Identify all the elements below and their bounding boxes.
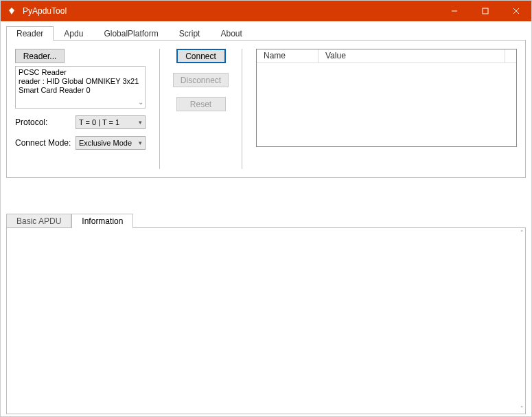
chevron-down-icon: ▾: [139, 119, 142, 126]
titlebar: PyApduTool: [1, 1, 531, 21]
protocol-combo[interactable]: T = 0 | T = 1 ▾: [76, 115, 146, 129]
tab-about[interactable]: About: [210, 26, 252, 41]
reader-tab-body: Reader... PCSC Reader reader : HID Globa…: [6, 41, 526, 178]
chevron-down-icon[interactable]: ⌄: [138, 98, 143, 106]
chevron-down-icon: ▾: [139, 139, 142, 146]
connect-mode-label: Connect Mode:: [15, 138, 71, 148]
main-tabstrip: Reader Apdu GlobalPlatform Script About: [6, 25, 526, 41]
tab-script[interactable]: Script: [169, 26, 211, 41]
minimize-button[interactable]: [439, 1, 470, 21]
grid-header: Name Value: [257, 49, 516, 63]
reader-list-text: PCSC Reader reader : HID Global OMNIKEY …: [19, 68, 139, 94]
tab-information[interactable]: Information: [71, 214, 133, 228]
svg-rect-1: [483, 8, 488, 14]
column-name[interactable]: Name: [257, 49, 319, 63]
reset-button: Reset: [176, 97, 226, 111]
column-value[interactable]: Value: [319, 49, 516, 63]
properties-grid[interactable]: Name Value: [256, 49, 517, 147]
connect-mode-value: Exclusive Mode: [79, 139, 132, 147]
connect-mode-combo[interactable]: Exclusive Mode ▾: [76, 136, 146, 150]
app-icon: [6, 5, 17, 16]
tab-basic-apdu[interactable]: Basic APDU: [6, 214, 71, 228]
disconnect-button: Disconnect: [173, 73, 229, 87]
reader-button[interactable]: Reader...: [15, 49, 65, 63]
scroll-up-icon[interactable]: ˄: [520, 229, 524, 236]
bottom-tabstrip: Basic APDU Information: [6, 212, 526, 227]
tab-apdu[interactable]: Apdu: [54, 26, 93, 41]
reader-list[interactable]: PCSC Reader reader : HID Global OMNIKEY …: [15, 66, 146, 109]
tab-reader[interactable]: Reader: [6, 26, 54, 41]
protocol-value: T = 0 | T = 1: [79, 118, 119, 126]
close-button[interactable]: [500, 1, 531, 21]
tab-globalplatform[interactable]: GlobalPlatform: [93, 26, 168, 41]
maximize-button[interactable]: [470, 1, 500, 21]
information-panel[interactable]: ˄ ˅: [6, 227, 526, 414]
window-title: PyApduTool: [23, 6, 67, 16]
protocol-label: Protocol:: [15, 117, 71, 127]
scroll-down-icon[interactable]: ˅: [520, 405, 524, 412]
connect-button[interactable]: Connect: [176, 49, 226, 63]
